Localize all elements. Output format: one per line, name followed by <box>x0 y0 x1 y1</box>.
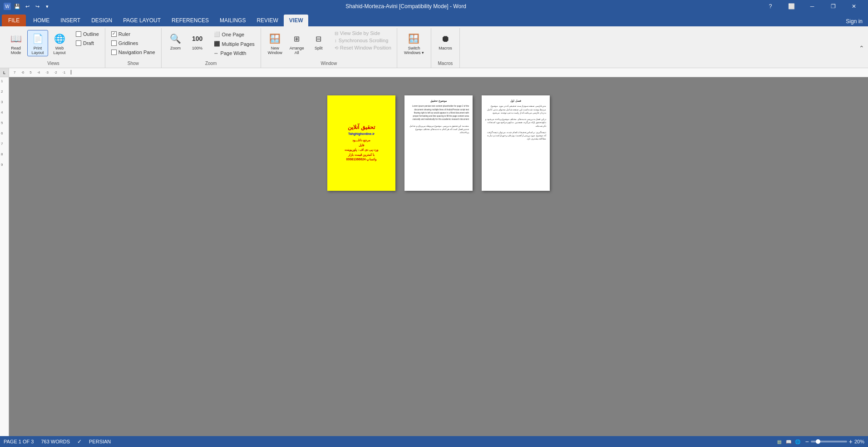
split-icon: ⊟ <box>311 31 326 46</box>
zoom-button[interactable]: 🔍 Zoom <box>165 30 186 52</box>
zoom-plus-button[interactable]: + <box>849 438 853 445</box>
one-page-button[interactable]: ⬜ One Page <box>212 30 257 39</box>
document-area[interactable]: تحقیق آنلاین Tahghighonline.ir مرجع دانل… <box>9 77 868 436</box>
page-3: فصل اول متن فارسی صفحه سوم از سند تحقیقی… <box>482 95 550 191</box>
view-side-by-side-button[interactable]: ⊟ View Side by Side <box>333 30 393 36</box>
page-width-button[interactable]: ↔ Page Width <box>212 49 257 57</box>
proofing-icon: ✓ <box>77 438 82 445</box>
switch-windows-content: 🪟 SwitchWindows ▾ <box>401 30 427 65</box>
ribbon-collapse: ⌃ <box>859 28 866 68</box>
tab-review[interactable]: REVIEW <box>251 15 283 26</box>
macros-label: Macros <box>439 46 452 50</box>
new-window-label: NewWindow <box>268 46 282 55</box>
navigation-pane-checkbox <box>111 50 117 55</box>
tab-page-layout[interactable]: PAGE LAYOUT <box>118 15 166 26</box>
tab-file[interactable]: FILE <box>2 15 26 26</box>
ruler-button[interactable]: Ruler <box>109 30 158 38</box>
vertical-ruler: 123456789 <box>0 77 9 436</box>
save-button[interactable]: 💾 <box>13 2 22 11</box>
switch-windows-button[interactable]: 🪟 SwitchWindows ▾ <box>401 30 427 56</box>
reset-window-position-label: Reset Window Position <box>340 45 391 50</box>
window-small-btns: ⊟ View Side by Side ↕ Synchronous Scroll… <box>333 30 393 51</box>
status-print-layout-button[interactable]: ▤ <box>775 437 784 446</box>
page2-content: موضوع تحقیق Lorem ipsum persian text con… <box>404 95 473 191</box>
page1-title: تحقیق آنلاین <box>348 124 375 130</box>
help-button[interactable]: ? <box>760 0 781 13</box>
draft-checkbox <box>76 40 81 46</box>
ribbon-display-button[interactable]: ⬜ <box>781 0 802 13</box>
split-label: Split <box>315 46 323 50</box>
status-read-mode-button[interactable]: 📖 <box>784 437 793 446</box>
page1-body: مرجع دانلـــود فایل ورد-پی دی اف - پاورپ… <box>345 138 378 162</box>
ribbon-tab-bar: FILE HOME INSERT DESIGN PAGE LAYOUT REFE… <box>0 13 868 26</box>
tab-insert[interactable]: INSERT <box>55 15 86 26</box>
views-group-content: 📖 ReadMode 📄 PrintLayout 🌐 WebLayout Out… <box>5 30 101 60</box>
zoom-minus-button[interactable]: − <box>805 438 809 445</box>
ruler-area: L 7·65·4·3·2·1 <box>0 68 868 77</box>
tab-references[interactable]: REFERENCES <box>166 15 214 26</box>
views-group-label: Views <box>5 60 101 66</box>
arrange-all-button[interactable]: ⊞ ArrangeAll <box>286 30 307 56</box>
maximize-button[interactable]: ❐ <box>823 0 843 13</box>
zoom-slider-area: − + 20% <box>805 438 864 445</box>
tab-mailings[interactable]: MAILINGS <box>214 15 251 26</box>
zoom-100-icon: 100 <box>190 31 205 46</box>
multiple-pages-icon: ⬛ <box>214 41 220 47</box>
multiple-pages-button[interactable]: ⬛ Multiple Pages <box>212 40 257 48</box>
word-count: 763 WORDS <box>41 439 70 444</box>
outline-button[interactable]: Outline <box>74 30 101 38</box>
undo-button[interactable]: ↩ <box>23 2 32 11</box>
word-icon: W <box>4 3 11 10</box>
arrange-all-icon: ⊞ <box>290 31 304 46</box>
show-checkboxes: Ruler Gridlines Navigation Pane <box>109 30 158 56</box>
page-width-label: Page Width <box>221 50 247 56</box>
tab-design[interactable]: DESIGN <box>86 15 118 26</box>
synchronous-scrolling-button[interactable]: ↕ Synchronous Scrolling <box>333 37 393 44</box>
title-text: Shahid-Morteza-Avini [Compatibility Mode… <box>52 3 760 10</box>
show-group-content: Ruler Gridlines Navigation Pane <box>109 30 158 60</box>
navigation-pane-label: Navigation Pane <box>118 50 155 55</box>
draft-button[interactable]: Draft <box>74 39 101 47</box>
gridlines-checkbox <box>111 40 117 46</box>
macros-button[interactable]: ⏺ Macros <box>435 30 456 52</box>
ribbon-group-switch-windows: 🪟 SwitchWindows ▾ <box>397 28 431 68</box>
tab-view[interactable]: VIEW <box>284 15 309 26</box>
main-area: 123456789 تحقیق آنلاین Tahghighonline.ir… <box>0 77 868 436</box>
print-layout-button[interactable]: 📄 PrintLayout <box>27 30 48 56</box>
zoom-slider[interactable] <box>811 441 847 442</box>
new-window-button[interactable]: 🪟 NewWindow <box>265 30 286 56</box>
ribbon-group-views: 📖 ReadMode 📄 PrintLayout 🌐 WebLayout Out… <box>2 28 105 68</box>
close-button[interactable]: ✕ <box>843 0 864 13</box>
redo-button[interactable]: ↪ <box>33 2 42 11</box>
gridlines-label: Gridlines <box>118 40 138 46</box>
language: PERSIAN <box>89 439 111 444</box>
print-layout-icon: 📄 <box>30 31 45 46</box>
read-mode-button[interactable]: 📖 ReadMode <box>5 30 26 56</box>
draft-label: Draft <box>83 40 94 46</box>
gridlines-button[interactable]: Gridlines <box>109 39 158 47</box>
split-button[interactable]: ⊟ Split <box>308 30 329 52</box>
sign-in-link[interactable]: Sign in <box>842 16 866 26</box>
outline-label: Outline <box>83 31 99 37</box>
web-layout-button[interactable]: 🌐 WebLayout <box>49 30 70 56</box>
ruler-label: Ruler <box>118 31 130 37</box>
ribbon-group-show: Ruler Gridlines Navigation Pane Show <box>105 28 162 68</box>
status-web-layout-button[interactable]: 🌐 <box>794 437 802 446</box>
reset-window-position-button[interactable]: ⟲ Reset Window Position <box>333 45 393 51</box>
title-bar: W 💾 ↩ ↪ ▾ Shahid-Morteza-Avini [Compatib… <box>0 0 868 13</box>
tab-home[interactable]: HOME <box>28 15 55 26</box>
minimize-button[interactable]: ─ <box>802 0 823 13</box>
ribbon: 📖 ReadMode 📄 PrintLayout 🌐 WebLayout Out… <box>0 26 868 68</box>
navigation-pane-button[interactable]: Navigation Pane <box>109 48 158 56</box>
ruler-checkbox <box>111 31 117 37</box>
customize-qat-button[interactable]: ▾ <box>43 2 52 11</box>
page-info: PAGE 1 OF 3 <box>4 439 34 444</box>
ribbon-collapse-icon[interactable]: ⌃ <box>859 45 864 52</box>
reset-window-position-icon: ⟲ <box>335 45 338 50</box>
zoom-100-button[interactable]: 100 100% <box>187 30 208 52</box>
pages-container: تحقیق آنلاین Tahghighonline.ir مرجع دانل… <box>327 95 550 191</box>
zoom-group-content: 🔍 Zoom 100 100% ⬜ One Page ⬛ Multiple Pa… <box>165 30 257 60</box>
switch-windows-label: SwitchWindows ▾ <box>404 46 424 55</box>
zoom-percentage: 20% <box>854 439 864 444</box>
ribbon-group-macros: ⏺ Macros Macros <box>431 28 460 68</box>
